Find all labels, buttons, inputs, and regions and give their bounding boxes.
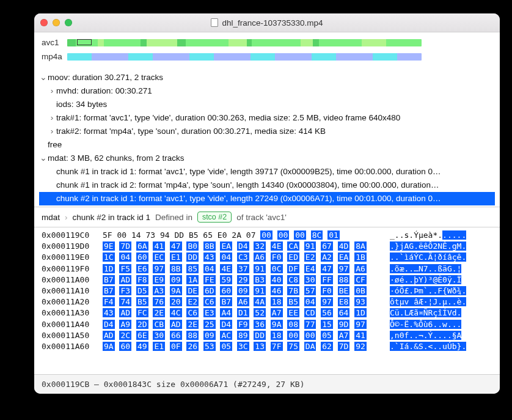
hex-ascii[interactable]: ­,n0f..¬.Ý....§A <box>378 330 461 341</box>
tree-label: trak#1: format 'avc1', type 'vide', dura… <box>56 111 400 125</box>
hex-bytes[interactable]: 9E 7D 6A 41 47 B0 8B EA D4 32 4E CA 91 6… <box>103 241 378 252</box>
hex-bytes[interactable]: 9A 60 49 E1 0F 26 53 05 3C 13 7F 75 DA 6… <box>103 341 378 352</box>
tree-label: mvhd: duration: 00:30.271 <box>56 84 152 98</box>
hex-bytes[interactable]: D4 A9 2D CB AD 2E 25 D4 F9 36 9A 08 77 1… <box>103 319 378 330</box>
tree-node-trak2[interactable]: › trak#2: format 'mp4a', type 'soun', du… <box>39 125 495 138</box>
hex-ascii[interactable]: .õæ..…N7..ßäG.¦ <box>378 263 461 274</box>
chevron-down-icon[interactable]: ⌄ <box>39 71 48 84</box>
tree-node-free[interactable]: free <box>39 138 495 152</box>
track-label: avc1 <box>42 38 62 47</box>
tree-node-iods[interactable]: iods: 34 bytes <box>39 98 495 111</box>
hex-address: 0x00011A00 <box>42 274 103 286</box>
tree-node-chunk-selected[interactable]: chunk #2 in track id 1: format 'avc1', t… <box>39 192 495 205</box>
tree-label: chunk #2 in track id 1: format 'avc1', t… <box>56 192 441 205</box>
hex-address: 0x000119F0 <box>42 263 103 274</box>
hex-row[interactable]: 0x00011A50AD 2C 6E 30 66 88 09 AC 89 DD … <box>42 330 500 341</box>
tree-label: iods: 34 bytes <box>56 98 107 111</box>
window-title: dhl_france-103735330.mp4 <box>34 18 500 28</box>
path-bar: mdat › chunk #2 in track id 1 Defined in… <box>34 207 500 227</box>
hex-bytes[interactable]: AD 2C 6E 30 66 88 09 AC 89 DD 18 00 00 0… <box>103 330 378 341</box>
track-row-avc1[interactable]: avc1 <box>42 38 492 47</box>
tree-node-mdat[interactable]: ⌄ mdat: 3 MB, 62 chunks, from 2 tracks <box>39 152 495 165</box>
path-defined-in: Defined in <box>155 213 192 222</box>
tree-node-chunk[interactable]: chunk #1 in track id 1: format 'avc1', t… <box>39 165 495 179</box>
hex-row[interactable]: 0x00011A609A 60 49 E1 0F 26 53 05 3C 13 … <box>42 341 500 352</box>
track-overview: avc1 mp4a <box>34 32 500 70</box>
track-bar-avc1[interactable] <box>67 39 422 46</box>
app-window: dhl_france-103735330.mp4 avc1 mp4a ⌄ moo… <box>34 13 500 394</box>
stco-badge[interactable]: stco #2 <box>197 212 232 223</box>
tree-label: mdat: 3 MB, 62 chunks, from 2 tracks <box>48 152 185 165</box>
track-label: mp4a <box>42 52 62 61</box>
hex-row[interactable]: 0x00011A40D4 A9 2D CB AD 2E 25 D4 F9 36 … <box>42 319 500 330</box>
track-bar-mp4a[interactable] <box>67 53 422 61</box>
tree-node-chunk[interactable]: chunk #1 in track id 2: format 'mp4a', t… <box>39 179 495 192</box>
chevron-right-icon[interactable]: › <box>48 111 56 125</box>
selection-status: 0x000119CB – 0x0001843C size 0x00006A71 … <box>34 374 500 394</box>
tree-node-moov[interactable]: ⌄ moov: duration 30.271, 2 tracks <box>39 71 495 84</box>
hex-row[interactable]: 0x000119C05F 00 14 73 94 DD B5 65 E0 2A … <box>42 230 500 241</box>
window-title-text: dhl_france-103735330.mp4 <box>222 18 323 28</box>
hex-bytes[interactable]: B7 F3 D5 A3 9A DE 6D 60 09 91 46 7B 57 F… <box>103 286 378 297</box>
tree-label: chunk #1 in track id 2: format 'mp4a', t… <box>56 179 439 192</box>
hex-ascii[interactable]: _..s.Ýµeà*...... <box>378 230 466 241</box>
titlebar[interactable]: dhl_france-103735330.mp4 <box>34 13 500 32</box>
hex-ascii[interactable]: ..`ìáÝC.Ã¦ðíâçê. <box>378 252 466 263</box>
hex-address: 0x000119C0 <box>42 230 103 241</box>
hex-ascii[interactable]: ôtµv âÆ·¦J.µ..è. <box>378 297 466 308</box>
atom-tree: ⌄ moov: duration 30.271, 2 tracks › mvhd… <box>34 70 500 207</box>
hex-ascii[interactable]: Ô©-Ë­.%Ôù6..w... <box>378 319 461 330</box>
hex-bytes[interactable]: 5F 00 14 73 94 DD B5 65 E0 2A 07 00 00 0… <box>103 230 378 241</box>
hex-bytes[interactable]: 1D F5 E6 97 8B 85 04 4E 37 91 0C DF E4 4… <box>103 263 378 274</box>
hex-ascii[interactable]: .}jAG.ëêÔ2NÊ.gM. <box>378 241 466 252</box>
path-of-track: of track 'avc1' <box>236 213 287 222</box>
tree-label: moov: duration 30.271, 2 tracks <box>48 71 163 84</box>
tree-node-trak1[interactable]: › trak#1: format 'avc1', type 'vide', du… <box>39 111 495 125</box>
hex-bytes[interactable]: F4 74 B5 76 20 E2 C6 B7 A6 4A 18 B5 04 9… <box>103 297 378 308</box>
hex-row[interactable]: 0x000119D09E 7D 6A 41 47 B0 8B EA D4 32 … <box>42 241 500 252</box>
hex-bytes[interactable]: 1C 04 60 EC E1 DD 43 04 C3 A6 F0 ED E2 A… <box>103 252 378 263</box>
chevron-right-icon[interactable]: › <box>48 125 56 138</box>
hex-address: 0x00011A10 <box>42 286 103 297</box>
hex-address: 0x00011A50 <box>42 330 103 341</box>
track-cursor[interactable] <box>77 39 92 45</box>
hex-bytes[interactable]: B7 AD F8 E9 09 1A FE 59 29 B3 40 C8 30 F… <box>103 274 378 286</box>
track-row-mp4a[interactable]: mp4a <box>42 52 492 61</box>
hex-row[interactable]: 0x000119F01D F5 E6 97 8B 85 04 4E 37 91 … <box>42 263 500 274</box>
path-chunk[interactable]: chunk #2 in track id 1 <box>73 213 151 222</box>
hex-address: 0x00011A40 <box>42 319 103 330</box>
chevron-right-icon[interactable]: › <box>48 84 56 98</box>
hex-row[interactable]: 0x000119E01C 04 60 EC E1 DD 43 04 C3 A6 … <box>42 252 500 263</box>
chevron-down-icon[interactable]: ⌄ <box>39 152 48 165</box>
hex-ascii[interactable]: ·­øé..þY)³@È0ÿ.Ï <box>378 274 461 286</box>
hex-bytes[interactable]: 43 AD FC 2E 4C C6 E3 A4 D1 52 A7 EE CD 5… <box>103 308 378 319</box>
hex-ascii[interactable]: ·óÕ£.Þm`..F{Wð¾. <box>378 286 466 297</box>
hex-row[interactable]: 0x00011A20F4 74 B5 76 20 E2 C6 B7 A6 4A … <box>42 297 500 308</box>
hex-row[interactable]: 0x00011A3043 AD FC 2E 4C C6 E3 A4 D1 52 … <box>42 308 500 319</box>
hex-address: 0x000119E0 <box>42 252 103 263</box>
hex-view[interactable]: 0x000119C05F 00 14 73 94 DD B5 65 E0 2A … <box>34 227 500 355</box>
document-icon <box>211 18 218 27</box>
hex-row[interactable]: 0x00011A00B7 AD F8 E9 09 1A FE 59 29 B3 … <box>42 274 500 286</box>
hex-address: 0x00011A60 <box>42 341 103 352</box>
tree-label: chunk #1 in track id 1: format 'avc1', t… <box>56 165 441 179</box>
tree-label: free <box>48 138 62 152</box>
selection-status-text: 0x000119CB – 0x0001843C size 0x00006A71 … <box>42 380 304 389</box>
hex-ascii[interactable]: .`Iá.&S.<..uÚb}. <box>378 341 466 352</box>
path-mdat[interactable]: mdat <box>42 213 60 222</box>
hex-address: 0x000119D0 <box>42 241 103 252</box>
hex-ascii[interactable]: C­ü.LÆã¤ÑRçîÍVd. <box>378 308 461 319</box>
tree-node-mvhd[interactable]: › mvhd: duration: 00:30.271 <box>39 84 495 98</box>
hex-row[interactable]: 0x00011A10B7 F3 D5 A3 9A DE 6D 60 09 91 … <box>42 286 500 297</box>
hex-address: 0x00011A30 <box>42 308 103 319</box>
tree-label: trak#2: format 'mp4a', type 'soun', dura… <box>56 125 326 138</box>
chevron-right-icon: › <box>65 213 68 222</box>
hex-address: 0x00011A20 <box>42 297 103 308</box>
